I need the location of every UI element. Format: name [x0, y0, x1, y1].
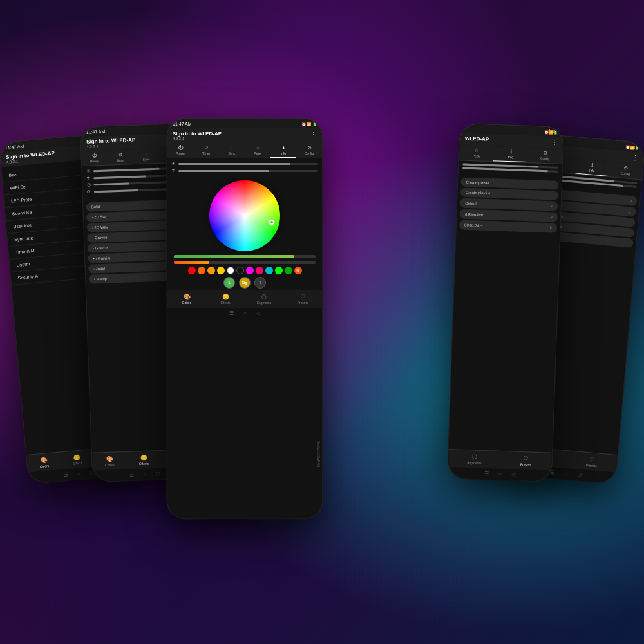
speed-icon: ⟳: [87, 189, 92, 194]
phone-4: ⏰📶🔋 WLED-AP ⋮ ☆ Peek ℹ Info ⚙: [448, 124, 563, 481]
phone-3-circle-btn[interactable]: ○: [243, 310, 247, 316]
person-icon: ✝: [86, 175, 91, 180]
colors-icon-3: 🎨: [184, 294, 191, 300]
phone-3-title: Sign in to WLED-AP: [173, 131, 222, 137]
phone-5-tab-config[interactable]: ⚙ Config: [608, 162, 642, 179]
home-circle-btn[interactable]: ○: [77, 471, 81, 477]
phone-3-time: 11:47 AM: [173, 122, 192, 126]
phone-3-slider-1: ☀: [171, 161, 318, 166]
phone-4-square-btn[interactable]: ◁: [511, 471, 515, 477]
phone-2-tab-colors[interactable]: 🎨 Colors: [92, 454, 127, 469]
swatch-red[interactable]: [188, 267, 196, 274]
swatch-green1[interactable]: [275, 267, 283, 274]
brightness-icon: ☀: [86, 168, 91, 173]
swatch-magenta[interactable]: [246, 267, 254, 274]
effects-icon: 😊: [73, 454, 81, 461]
reactive-chevron: ∨: [550, 214, 553, 219]
phone-5-tab-info[interactable]: ℹ Info: [575, 159, 609, 176]
timer-preset[interactable]: 00:01:34 ~ ∨: [459, 220, 557, 232]
phone-3-status-bar: 11:47 AM ⏰ 📶 🔋: [167, 119, 322, 128]
phone-3-tab-config[interactable]: ⚙ Config: [296, 143, 322, 158]
swatch-black[interactable]: [236, 267, 244, 274]
phone-3-slider-2: ✝: [171, 168, 318, 173]
phone-3-nav-tabs: ⏻ Power ↺ Timer ↕ Sync ☆ Peek ℹ Info: [167, 143, 322, 158]
phone-3-tab-segments[interactable]: ⬡ Segments: [245, 292, 283, 306]
color-btn-3[interactable]: 3: [254, 277, 266, 289]
phone-3-color-wheel-container[interactable]: [167, 178, 322, 254]
phones-container: 11:47 AM 📶 Sign in to WLED-AP 4.3.2.1 Ba…: [0, 0, 644, 644]
phone-5-tab-presets[interactable]: ♡ Presets: [566, 453, 617, 471]
phone-3-tab-effects[interactable]: 😊 Effects: [206, 292, 245, 306]
phone-5-dots[interactable]: ⋮: [631, 154, 638, 162]
brightness-fill: [93, 167, 160, 172]
phone-3-brightness-track[interactable]: [178, 163, 318, 165]
phone-1-tab-colors[interactable]: 🎨 Colors: [27, 454, 61, 470]
orange-slider[interactable]: [174, 261, 316, 264]
phone-4-tab-peek[interactable]: ☆ Peek: [459, 145, 494, 161]
phone-2-tab-power[interactable]: ⏻ Power: [82, 151, 108, 166]
phone-5-square-btn[interactable]: ◁: [577, 472, 582, 478]
phone-3-tab-timer[interactable]: ↺ Timer: [193, 143, 219, 158]
phone-2-tab-sync[interactable]: ↕ Sync: [133, 149, 160, 164]
phone-3-swatches: R: [167, 265, 322, 276]
phone-1-tab-effects[interactable]: 😊 Effects: [60, 451, 94, 468]
phone-3-tab-info[interactable]: ℹ Info: [270, 143, 296, 158]
swatch-amber[interactable]: [207, 267, 215, 274]
phone-4-circle-btn[interactable]: ○: [498, 471, 502, 477]
default-chevron: ∨: [550, 204, 553, 208]
color-btn-1[interactable]: 1: [223, 277, 235, 289]
effects-icon-3: 😊: [222, 294, 229, 300]
phone-4-tab-presets[interactable]: ♡ Presets: [500, 453, 552, 469]
phone-3-home-bar: ☰ ○ ◁: [167, 308, 322, 319]
phone-4-tab-config[interactable]: ⚙ Config: [527, 147, 562, 164]
phone-2-tab-timer[interactable]: ↺ Timer: [108, 149, 134, 164]
phone-4-tab-seg[interactable]: ⬡ Segments: [448, 451, 500, 467]
timer-fill: [94, 182, 129, 185]
phone-3-bottom-tabs: 🎨 Colors 😊 Effects ⬡ Segments ♡ Presets: [167, 290, 322, 308]
contrast-fill: [93, 175, 146, 179]
color-wheel-selector[interactable]: [269, 220, 274, 225]
phone-4-title: WLED-AP: [465, 136, 489, 142]
phone-2-tab-effects[interactable]: 😊 Effects: [127, 453, 162, 468]
phone-3-tab-colors[interactable]: 🎨 Colors: [167, 292, 206, 306]
swatch-yellow[interactable]: [217, 267, 225, 274]
green-slider[interactable]: [174, 255, 316, 258]
phone-3-screen: 11:47 AM ⏰ 📶 🔋 Sign in to WLED-AP 4.3.2.…: [167, 119, 322, 518]
seg-icon-3: ⬡: [261, 294, 267, 300]
phone-2-square-btn[interactable]: □: [156, 471, 160, 477]
swatch-r[interactable]: R: [294, 267, 302, 274]
phone-2-circle-btn[interactable]: ○: [144, 471, 147, 477]
color-btn-bg[interactable]: Bg: [239, 277, 251, 289]
phone-5-circle-btn[interactable]: ○: [564, 471, 568, 477]
home-back-btn[interactable]: ☰: [63, 471, 68, 478]
phone-3-subtitle: 4.3.2.1: [173, 137, 222, 140]
color-wheel[interactable]: [209, 180, 280, 251]
phone-2-back-btn[interactable]: ☰: [129, 471, 134, 477]
heart-icon-5: ♡: [589, 456, 595, 463]
swatch-green2[interactable]: [285, 267, 292, 274]
phone-3-dots[interactable]: ⋮: [310, 131, 317, 138]
heart-icon-4: ♡: [523, 455, 528, 462]
swatch-pink[interactable]: [256, 267, 263, 274]
heart-icon-3: ♡: [300, 294, 305, 300]
swatch-white[interactable]: [227, 267, 234, 274]
phone-3-tab-sync[interactable]: ↕ Sync: [219, 143, 245, 158]
colors-icon: 🎨: [40, 457, 48, 464]
swatch-cyan[interactable]: [265, 267, 273, 274]
phone-4-back-btn[interactable]: ☰: [484, 471, 489, 477]
swatch-orange[interactable]: [198, 267, 205, 274]
phone-3-square-btn[interactable]: ◁: [256, 310, 260, 316]
phone-3-green-slider-row: [167, 254, 322, 260]
phone-3-tab-power[interactable]: ⏻ Power: [167, 143, 193, 158]
phone-4-presets: Create preset Create playlist Default ∨ …: [449, 173, 562, 452]
phone-2-time: 11:47 AM: [86, 129, 106, 134]
phone-3: 11:47 AM ⏰ 📶 🔋 Sign in to WLED-AP 4.3.2.…: [167, 119, 322, 518]
phone-4-dots[interactable]: ⋮: [551, 138, 558, 146]
phone-3-tab-peek[interactable]: ☆ Peek: [245, 143, 270, 158]
phone-4-tab-info[interactable]: ℹ Info: [493, 146, 528, 162]
phone-3-back-btn[interactable]: ☰: [229, 310, 234, 316]
speed-fill: [94, 189, 138, 192]
phone-3-contrast-track[interactable]: [178, 170, 318, 172]
phone-3-tab-presets[interactable]: ♡ Presets: [283, 292, 322, 306]
brightness-icon-3: ☀: [171, 161, 176, 166]
